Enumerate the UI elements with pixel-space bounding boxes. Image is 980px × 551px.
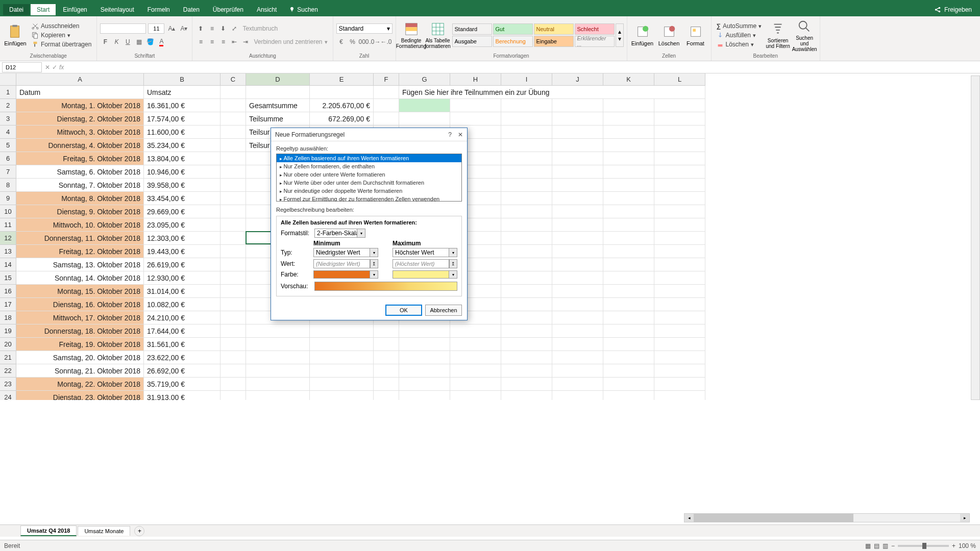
cell-K13[interactable] xyxy=(603,245,654,258)
cell-C5[interactable] xyxy=(220,139,246,152)
view-page-icon[interactable]: ▤ xyxy=(874,542,879,549)
rule-type-item-0[interactable]: Alle Zellen basierend auf ihren Werten f… xyxy=(277,154,461,162)
cell-I13[interactable] xyxy=(501,245,552,258)
style-gut[interactable]: Gut xyxy=(493,23,533,35)
cell-L15[interactable] xyxy=(654,271,705,285)
cell-L17[interactable] xyxy=(654,298,705,311)
cell-H2[interactable] xyxy=(450,99,501,112)
thousands-button[interactable]: 000 xyxy=(359,37,369,47)
rule-type-item-2[interactable]: Nur obere oder untere Werte formatieren xyxy=(277,170,461,179)
cell-A21[interactable]: Samstag, 20. Oktober 2018 xyxy=(16,351,144,364)
cell-B11[interactable]: 23.095,00 € xyxy=(144,218,220,232)
tell-me-search[interactable]: Suchen xyxy=(289,6,318,13)
cell-A4[interactable]: Mittwoch, 3. Oktober 2018 xyxy=(16,126,144,139)
cell-J10[interactable] xyxy=(552,205,603,218)
row-header-1[interactable]: 1 xyxy=(0,86,16,99)
row-header-14[interactable]: 14 xyxy=(0,258,16,271)
cell-I24[interactable] xyxy=(501,391,552,400)
cell-A11[interactable]: Mittwoch, 10. Oktober 2018 xyxy=(16,218,144,232)
rule-type-item-3[interactable]: Nur Werte über oder unter dem Durchschni… xyxy=(277,179,461,187)
cell-A2[interactable]: Montag, 1. Oktober 2018 xyxy=(16,99,144,112)
column-header-B[interactable]: B xyxy=(144,73,220,86)
cell-B3[interactable]: 17.574,00 € xyxy=(144,112,220,126)
cell-I15[interactable] xyxy=(501,271,552,285)
cell-K9[interactable] xyxy=(603,192,654,205)
cell-J14[interactable] xyxy=(552,258,603,271)
max-value-input[interactable]: (Höchster Wert) xyxy=(393,259,449,268)
cell-J17[interactable] xyxy=(552,298,603,311)
row-header-22[interactable]: 22 xyxy=(0,364,16,378)
cell-H21[interactable] xyxy=(450,351,501,364)
dialog-close-button[interactable]: ✕ xyxy=(458,131,463,138)
cell-J16[interactable] xyxy=(552,285,603,298)
tab-insert[interactable]: Einfügen xyxy=(57,4,93,15)
row-header-5[interactable]: 5 xyxy=(0,139,16,152)
column-header-E[interactable]: E xyxy=(310,73,374,86)
cell-E3[interactable]: 672.269,00 € xyxy=(310,112,374,126)
cell-I6[interactable] xyxy=(501,152,552,165)
align-left-button[interactable]: ≡ xyxy=(195,37,206,47)
cell-B12[interactable]: 12.303,00 € xyxy=(144,232,220,245)
merge-button[interactable]: Verbinden und zentrieren ▾ xyxy=(252,37,329,47)
cell-I20[interactable] xyxy=(501,338,552,351)
orientation-button[interactable]: ⤢ xyxy=(229,23,239,34)
cell-A7[interactable]: Samstag, 6. Oktober 2018 xyxy=(16,165,144,179)
cell-L23[interactable] xyxy=(654,378,705,391)
zoom-in-button[interactable]: + xyxy=(952,542,955,549)
column-header-G[interactable]: G xyxy=(399,73,450,86)
tab-file[interactable]: Datei xyxy=(3,4,30,15)
cell-K17[interactable] xyxy=(603,298,654,311)
cell-C20[interactable] xyxy=(220,338,246,351)
format-painter-button[interactable]: Format übertragen xyxy=(30,40,93,48)
delete-cells-button[interactable]: Löschen xyxy=(657,18,681,52)
cell-K5[interactable] xyxy=(603,139,654,152)
cell-C2[interactable] xyxy=(220,99,246,112)
row-header-13[interactable]: 13 xyxy=(0,245,16,258)
cell-J9[interactable] xyxy=(552,192,603,205)
cell-C12[interactable] xyxy=(220,232,246,245)
conditional-formatting-button[interactable]: Bedingte Formatierung xyxy=(399,18,424,52)
cell-B22[interactable]: 26.692,00 € xyxy=(144,364,220,378)
column-header-J[interactable]: J xyxy=(552,73,603,86)
cell-I23[interactable] xyxy=(501,378,552,391)
cell-I2[interactable] xyxy=(501,99,552,112)
format-cells-button[interactable]: Format xyxy=(683,18,708,52)
cell-C23[interactable] xyxy=(220,378,246,391)
cell-B7[interactable]: 10.946,00 € xyxy=(144,165,220,179)
cell-B17[interactable]: 10.082,00 € xyxy=(144,298,220,311)
cell-C3[interactable] xyxy=(220,112,246,126)
style-eingabe[interactable]: Eingabe xyxy=(534,36,574,47)
cell-C24[interactable] xyxy=(220,391,246,400)
indent-inc-button[interactable]: ⇥ xyxy=(240,37,251,47)
cell-J11[interactable] xyxy=(552,218,603,232)
cell-C17[interactable] xyxy=(220,298,246,311)
cell-A22[interactable]: Sonntag, 21. Oktober 2018 xyxy=(16,364,144,378)
column-header-A[interactable]: A xyxy=(16,73,144,86)
row-header-17[interactable]: 17 xyxy=(0,298,16,311)
tab-view[interactable]: Ansicht xyxy=(251,4,283,15)
cell-B4[interactable]: 11.600,00 € xyxy=(144,126,220,139)
cell-K15[interactable] xyxy=(603,271,654,285)
cell-J18[interactable] xyxy=(552,311,603,324)
cell-K2[interactable] xyxy=(603,99,654,112)
cell-L11[interactable] xyxy=(654,218,705,232)
cell-A20[interactable]: Freitag, 19. Oktober 2018 xyxy=(16,338,144,351)
format-style-dropdown[interactable]: 2-Farben-Skala▾ xyxy=(314,229,365,238)
cell-J3[interactable] xyxy=(552,112,603,126)
cell-H23[interactable] xyxy=(450,378,501,391)
copy-button[interactable]: Kopieren ▾ xyxy=(30,31,93,39)
cell-L10[interactable] xyxy=(654,205,705,218)
cell-A13[interactable]: Freitag, 12. Oktober 2018 xyxy=(16,245,144,258)
cell-I3[interactable] xyxy=(501,112,552,126)
cell-F2[interactable] xyxy=(374,99,399,112)
cell-C6[interactable] xyxy=(220,152,246,165)
cell-F24[interactable] xyxy=(374,391,399,400)
cell-L2[interactable] xyxy=(654,99,705,112)
ok-button[interactable]: OK xyxy=(385,305,422,316)
cell-K20[interactable] xyxy=(603,338,654,351)
row-header-20[interactable]: 20 xyxy=(0,338,16,351)
row-header-9[interactable]: 9 xyxy=(0,192,16,205)
cell-A18[interactable]: Mittwoch, 17. Oktober 2018 xyxy=(16,311,144,324)
column-header-D[interactable]: D xyxy=(246,73,310,86)
decimal-dec-button[interactable]: ←.0 xyxy=(381,37,391,47)
